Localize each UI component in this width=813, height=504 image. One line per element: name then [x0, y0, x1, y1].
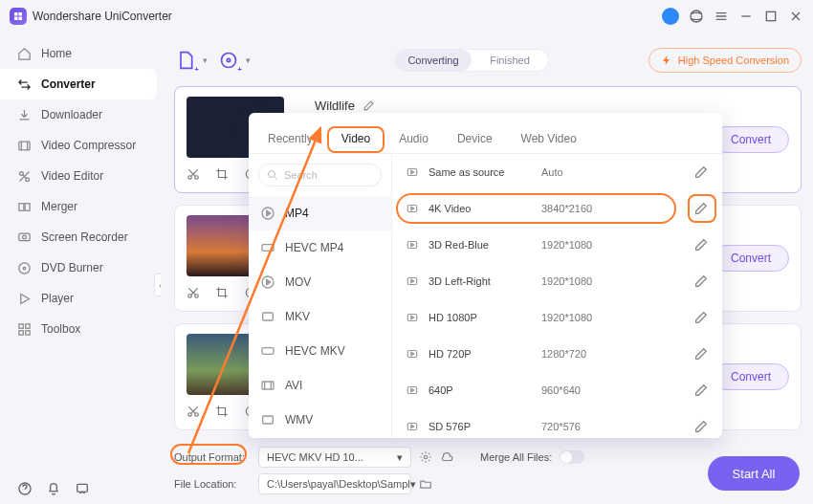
sidebar-item-label: Downloader [41, 108, 102, 121]
sidebar-item-label: Merger [41, 200, 77, 213]
crop-icon[interactable] [215, 286, 229, 299]
edit-icon[interactable] [693, 164, 709, 180]
hsc-label: High Speed Conversion [678, 55, 789, 66]
resolution-4k-video[interactable]: 4K Video3840*2160 [392, 190, 722, 227]
tab-video[interactable]: Video [330, 124, 382, 153]
edit-icon[interactable] [693, 274, 709, 289]
settings-icon[interactable] [419, 450, 432, 464]
svg-rect-13 [26, 323, 30, 327]
resolution-640p[interactable]: 640P960*640 [392, 372, 722, 408]
format-panel: Recently Video Audio Device Web Video Se… [249, 113, 722, 438]
chevron-down-icon: ▾ [410, 478, 416, 491]
close-button[interactable] [788, 9, 803, 24]
menu-icon[interactable] [714, 9, 729, 24]
maximize-button[interactable] [763, 9, 779, 24]
chevron-down-icon: ▾ [397, 451, 403, 464]
sidebar-item-label: Home [41, 47, 72, 60]
merge-toggle[interactable] [560, 450, 584, 464]
convert-button[interactable]: Convert [713, 363, 789, 390]
convert-button[interactable]: Convert [713, 126, 789, 153]
sidebar-item-player[interactable]: Player [0, 283, 161, 314]
crop-icon[interactable] [215, 167, 229, 181]
cut-icon[interactable] [187, 405, 200, 418]
sidebar-item-converter[interactable]: Converter [0, 69, 157, 99]
sidebar-item-video-compressor[interactable]: Video Compressor [0, 130, 161, 161]
add-file-button[interactable]: + [174, 49, 197, 72]
crop-icon[interactable] [215, 405, 229, 418]
cut-icon[interactable] [187, 167, 200, 181]
format-tabs: Recently Video Audio Device Web Video [249, 113, 722, 153]
notification-icon[interactable] [46, 481, 61, 496]
svg-rect-41 [262, 382, 274, 389]
svg-point-18 [222, 54, 236, 68]
topbar: + ▾ + ▾ Converting Finished High Speed C… [174, 40, 802, 80]
sidebar-item-label: DVD Burner [41, 261, 103, 274]
file-location-label: File Location: [174, 478, 251, 490]
help-icon[interactable] [17, 481, 33, 496]
sidebar-item-screen-recorder[interactable]: Screen Recorder [0, 222, 161, 252]
svg-rect-1 [766, 11, 775, 20]
segment-converting[interactable]: Converting [395, 50, 472, 71]
edit-icon[interactable] [693, 310, 709, 325]
format-search-input[interactable]: Search [258, 164, 382, 186]
cloud-icon[interactable] [440, 450, 453, 464]
edit-icon[interactable] [693, 237, 709, 252]
resolution-3d-left-right[interactable]: 3D Left-Right1920*1080 [392, 263, 722, 299]
sidebar-item-merger[interactable]: Merger [0, 191, 161, 222]
svg-rect-40 [262, 348, 274, 355]
format-wmv[interactable]: WMV [249, 403, 391, 437]
svg-marker-54 [411, 352, 414, 356]
folder-open-icon[interactable] [419, 477, 432, 491]
edit-icon[interactable] [693, 201, 709, 216]
format-mkv[interactable]: MKV [249, 299, 391, 334]
tab-web-video[interactable]: Web Video [510, 124, 588, 153]
sidebar-item-toolbox[interactable]: Toolbox [0, 314, 161, 344]
svg-rect-39 [263, 313, 274, 320]
resolution-hd-1080p[interactable]: HD 1080P1920*1080 [392, 299, 722, 336]
convert-button[interactable]: Convert [713, 245, 789, 272]
edit-icon[interactable] [693, 383, 709, 398]
format-mov[interactable]: MOV [249, 265, 391, 299]
high-speed-conversion-button[interactable]: High Speed Conversion [648, 48, 802, 73]
svg-rect-12 [19, 323, 23, 327]
chevron-down-icon[interactable]: ▾ [203, 55, 208, 65]
status-segment: Converting Finished [394, 49, 549, 72]
format-mp4[interactable]: MP4 [249, 196, 391, 230]
sidebar-item-home[interactable]: Home [0, 38, 161, 69]
sidebar-item-dvd-burner[interactable]: DVD Burner [0, 252, 161, 283]
sidebar-item-video-editor[interactable]: Video Editor [0, 161, 161, 191]
segment-finished[interactable]: Finished [472, 50, 548, 71]
svg-point-33 [269, 171, 275, 178]
svg-point-9 [19, 262, 30, 273]
cut-icon[interactable] [187, 286, 200, 299]
merge-label: Merge All Files: [480, 451, 552, 463]
add-dvd-button[interactable]: + [217, 49, 240, 72]
support-icon[interactable] [689, 9, 704, 24]
edit-icon[interactable] [693, 419, 709, 434]
rename-icon[interactable] [363, 99, 375, 112]
resolution-3d-red-blue[interactable]: 3D Red-Blue1920*1080 [392, 227, 722, 263]
tab-recently[interactable]: Recently [256, 124, 324, 153]
tab-device[interactable]: Device [446, 124, 504, 153]
edit-icon[interactable] [693, 346, 709, 362]
svg-marker-44 [411, 170, 414, 174]
file-location-select[interactable]: C:\Users\payal\Desktop\Sampl▾ [258, 473, 411, 494]
sidebar-item-label: Video Compressor [41, 139, 136, 152]
minimize-button[interactable] [738, 9, 754, 24]
resolution-sd-576p[interactable]: SD 576P720*576 [392, 408, 722, 438]
resolution-same-as-source[interactable]: Same as sourceAuto [392, 154, 722, 190]
format-hevc-mkv[interactable]: HEVC MKV [249, 334, 391, 368]
account-avatar[interactable] [662, 8, 679, 25]
format-avi[interactable]: AVI [249, 368, 391, 403]
format-hevc-mp4[interactable]: HEVC MP4 [249, 230, 391, 265]
svg-marker-58 [411, 425, 414, 428]
start-all-button[interactable]: Start All [708, 456, 800, 491]
tab-audio[interactable]: Audio [387, 124, 440, 153]
output-format-select[interactable]: HEVC MKV HD 10...▾ [258, 447, 411, 468]
output-format-label: Output Format: [174, 451, 251, 463]
feedback-icon[interactable] [75, 481, 90, 496]
chevron-down-icon[interactable]: ▾ [246, 55, 251, 65]
sidebar-item-downloader[interactable]: Downloader [0, 99, 161, 130]
resolution-hd-720p[interactable]: HD 720P1280*720 [392, 336, 722, 372]
svg-rect-7 [19, 233, 30, 241]
